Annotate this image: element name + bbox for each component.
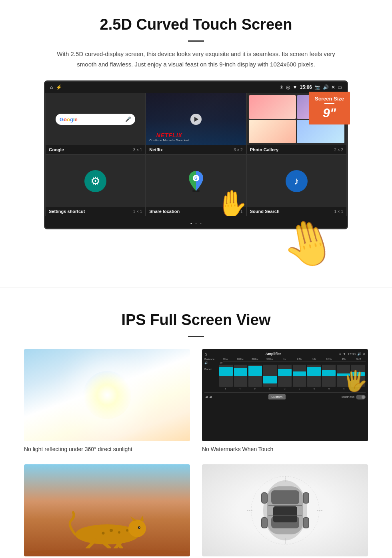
amp-back-icon: ◄◄ bbox=[204, 395, 212, 399]
section1-title: 2.5D Curved Touch Screen bbox=[24, 16, 368, 33]
sound-app-size: 1 × 1 bbox=[334, 209, 343, 214]
amp-scale-val-4: 0 bbox=[263, 387, 276, 390]
share-content: G 🤚 bbox=[146, 155, 246, 207]
feature-watermark-image: ⌂ Amplifier ≡ ▼ 17:33 🔊 ✕ bbox=[202, 349, 368, 441]
app-cell-netflix[interactable]: NETFLIX Continue Marvel's Daredevil Netf… bbox=[146, 93, 246, 155]
gallery-thumb-3 bbox=[249, 120, 296, 143]
svg-marker-6 bbox=[140, 516, 144, 521]
feature-watermark: ⌂ Amplifier ≡ ▼ 17:33 🔊 ✕ bbox=[202, 349, 368, 452]
amp-scale-val-6: 0 bbox=[292, 387, 306, 390]
sound-note-icon: ♪ bbox=[294, 175, 299, 187]
amp-scale-val-5: -3 bbox=[278, 387, 291, 390]
amp-scale-10: 10 bbox=[218, 361, 223, 364]
amp-freq-125k: 12.5k bbox=[322, 358, 336, 360]
netflix-bg: NETFLIX Continue Marvel's Daredevil bbox=[146, 93, 246, 145]
amp-loudness: loudness bbox=[342, 395, 366, 399]
amp-balance-label: Balance bbox=[204, 358, 218, 361]
amp-title-text: Amplifier bbox=[266, 352, 281, 356]
amplifier-screen: ⌂ Amplifier ≡ ▼ 17:33 🔊 ✕ bbox=[202, 349, 368, 441]
google-content: Google 🎤 bbox=[46, 93, 145, 145]
settings-content: ⚙ bbox=[46, 155, 145, 207]
amp-vol-icon: 🔊 bbox=[357, 352, 361, 356]
app-cell-share-location[interactable]: G 🤚 Share location 1 × 1 bbox=[146, 155, 246, 216]
eq-bar-7-fill bbox=[307, 367, 321, 376]
amp-hand-icon: 🖐 bbox=[343, 369, 368, 393]
amp-loudness-toggle[interactable] bbox=[356, 395, 366, 399]
netflix-app-size: 3 × 2 bbox=[234, 148, 243, 152]
feature-cheetah: Super Fast Response bbox=[24, 464, 190, 558]
section-divider bbox=[0, 287, 392, 287]
amp-balance-icon: 🔊 bbox=[204, 361, 218, 365]
gallery-thumb-1 bbox=[249, 95, 296, 119]
sound-content: ♪ bbox=[247, 155, 346, 207]
section1-description: With 2.5D curved-display screen, this de… bbox=[56, 49, 336, 69]
google-search-bar[interactable]: Google 🎤 bbox=[56, 114, 135, 125]
eq-bar-3-fill bbox=[248, 366, 262, 376]
amp-side-labels: Balance 🔊 Fader bbox=[204, 358, 218, 390]
gallery-label-bar: Photo Gallery 2 × 2 bbox=[247, 145, 346, 154]
svg-point-4 bbox=[128, 520, 146, 537]
share-bg: G 🤚 bbox=[146, 155, 246, 207]
amp-freq-sub: SUB bbox=[352, 358, 366, 360]
amp-scale-val-1: 3 bbox=[218, 387, 232, 390]
section-curved-screen: 2.5D Curved Touch Screen With 2.5D curve… bbox=[0, 0, 392, 239]
device-frame: ⌂ ⚡ ✳ ◎ ▼ 15:06 📷 🔊 ✕ ▭ bbox=[44, 80, 348, 229]
usb-icon: ⚡ bbox=[56, 84, 62, 90]
feature-grid: No light reflecting under 360° direct su… bbox=[24, 349, 368, 558]
amp-fader-label: Fader bbox=[204, 368, 218, 371]
section-ips-screen: IPS Full Screen View No light reflecting… bbox=[0, 303, 392, 558]
eq-bar-1-fill bbox=[219, 367, 233, 376]
google-logo: Google bbox=[60, 116, 78, 122]
maps-pin-svg: G bbox=[186, 170, 206, 192]
svg-marker-5 bbox=[130, 516, 137, 521]
google-app-label: Google bbox=[49, 147, 64, 152]
amp-home-icon: ⌂ bbox=[204, 351, 207, 356]
badge-title: Screen Size bbox=[315, 96, 344, 102]
svg-point-7 bbox=[138, 526, 140, 529]
google-app-size: 3 × 1 bbox=[133, 148, 142, 152]
amp-scale-val-2: 4 bbox=[233, 387, 247, 390]
settings-gear-icon: ⚙ bbox=[90, 175, 100, 188]
amp-freq-500: 500hz bbox=[263, 358, 277, 360]
sound-app-label: Sound Search bbox=[250, 209, 280, 214]
amp-nav-btns: ◄◄ bbox=[204, 395, 212, 399]
amp-loudness-label: loudness bbox=[342, 395, 354, 399]
status-bar: ⌂ ⚡ ✳ ◎ ▼ 15:06 📷 🔊 ✕ ▭ bbox=[45, 82, 347, 93]
amp-custom-btn[interactable]: Custom bbox=[268, 394, 286, 399]
app-cell-sound[interactable]: ♪ Sound Search 1 × 1 bbox=[246, 155, 347, 216]
netflix-branding: NETFLIX Continue Marvel's Daredevil bbox=[149, 132, 189, 142]
settings-app-size: 1 × 1 bbox=[133, 209, 142, 214]
window-icon: ▭ bbox=[338, 84, 342, 90]
device-mockup: Screen Size 9" ⌂ ⚡ ✳ ◎ ▼ 15:06 bbox=[44, 80, 348, 229]
eq-bar-4-fill bbox=[263, 376, 277, 383]
toggle-knob bbox=[362, 395, 365, 399]
amp-wifi-icon: ▼ bbox=[343, 352, 346, 356]
section2-divider bbox=[188, 336, 204, 337]
eq-bar-7 bbox=[307, 365, 321, 387]
svg-rect-29 bbox=[304, 493, 308, 503]
svg-rect-19 bbox=[271, 490, 299, 504]
svg-point-8 bbox=[139, 527, 140, 528]
mic-icon: 🎤 bbox=[125, 116, 131, 122]
svg-rect-28 bbox=[262, 493, 267, 503]
netflix-app-label: Netflix bbox=[149, 147, 163, 152]
feature-car-image bbox=[202, 464, 368, 556]
camera-icon: 📷 bbox=[314, 84, 320, 90]
eq-bar-5 bbox=[278, 365, 292, 387]
car-top-svg bbox=[245, 474, 325, 546]
amp-freq-1k: 1k bbox=[278, 358, 292, 360]
amp-freq-labels: 60hz 100hz 200hz 500hz 1k 2.5k 10k 12.5k… bbox=[218, 358, 366, 360]
netflix-subtitle: Continue Marvel's Daredevil bbox=[149, 138, 189, 142]
svg-rect-30 bbox=[262, 518, 267, 528]
netflix-content: NETFLIX Continue Marvel's Daredevil bbox=[146, 93, 246, 145]
app-cell-google[interactable]: Google 🎤 Google 3 × 1 bbox=[45, 93, 146, 155]
car-view-bg bbox=[202, 464, 368, 556]
svg-point-11 bbox=[102, 532, 104, 535]
netflix-play-button[interactable] bbox=[190, 114, 202, 125]
settings-label-bar: Settings shortcut 1 × 1 bbox=[46, 207, 145, 216]
feature-car: Large Viewing Angle bbox=[202, 464, 368, 558]
app-cell-settings[interactable]: ⚙ Settings shortcut 1 × 1 bbox=[45, 155, 146, 216]
sunlight-glow bbox=[83, 371, 131, 419]
gallery-app-label: Photo Gallery bbox=[250, 147, 279, 152]
feature-sunlight: No light reflecting under 360° direct su… bbox=[24, 349, 190, 452]
